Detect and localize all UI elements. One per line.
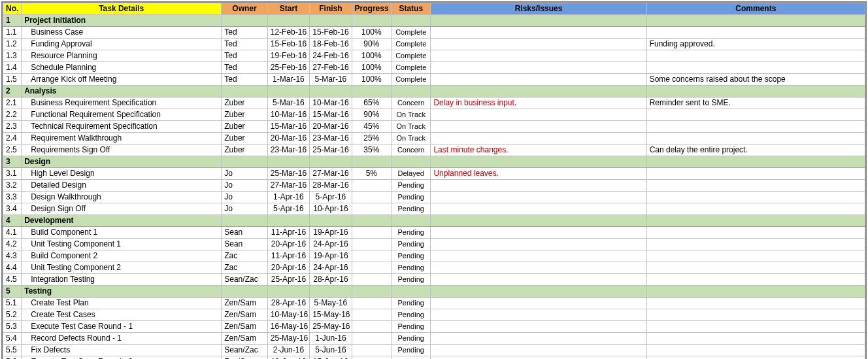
table-row[interactable]: 4.4Unit Testing Component 2Zac20-Apr-162…: [3, 262, 865, 274]
cell-no[interactable]: 2.2: [3, 109, 22, 121]
cell-owner[interactable]: Zen/Sam: [222, 356, 267, 360]
cell-comments[interactable]: [646, 109, 865, 121]
cell-progress[interactable]: 45%: [352, 121, 391, 133]
cell-comments[interactable]: Some concerns raised about the scope: [646, 74, 865, 86]
table-row[interactable]: 2.1Business Requirement SpecificationZub…: [3, 97, 865, 109]
cell-progress[interactable]: [352, 15, 391, 27]
cell-progress[interactable]: 90%: [352, 109, 391, 121]
cell-owner[interactable]: Zen/Sam: [222, 333, 267, 345]
cell-status[interactable]: Complete: [392, 27, 431, 39]
col-owner[interactable]: Owner: [222, 3, 267, 15]
cell-finish[interactable]: [310, 156, 352, 168]
cell-no[interactable]: 2.1: [3, 97, 22, 109]
table-row[interactable]: 1.4Schedule PlanningTed25-Feb-1627-Feb-1…: [3, 62, 865, 74]
cell-status[interactable]: Pending: [392, 250, 431, 262]
cell-task[interactable]: Create Test Plan: [22, 298, 222, 309]
cell-task[interactable]: Arrange Kick off Meeting: [22, 74, 222, 86]
table-row[interactable]: 1.5Arrange Kick off MeetingTed1-Mar-165-…: [3, 74, 865, 86]
cell-start[interactable]: [267, 215, 309, 227]
cell-comments[interactable]: [646, 133, 865, 145]
cell-progress[interactable]: [352, 227, 391, 239]
col-progress[interactable]: Progress: [352, 3, 391, 15]
cell-risks[interactable]: [431, 356, 646, 360]
cell-start[interactable]: [267, 286, 309, 298]
table-row[interactable]: 4.2Unit Testing Component 1Sean20-Apr-16…: [3, 239, 865, 250]
cell-finish[interactable]: 10-Mar-16: [310, 97, 352, 109]
cell-owner[interactable]: Ted: [222, 39, 267, 50]
cell-risks[interactable]: [431, 156, 646, 168]
cell-start[interactable]: 5-Apr-16: [267, 203, 309, 215]
table-row[interactable]: 5.3Execute Test Case Round - 1Zen/Sam16-…: [3, 321, 865, 333]
cell-risks[interactable]: [431, 15, 646, 27]
cell-risks[interactable]: Unplanned leaves.: [431, 168, 646, 180]
cell-comments[interactable]: [646, 333, 865, 345]
cell-task[interactable]: Build Component 1: [22, 227, 222, 239]
cell-finish[interactable]: 18-Feb-16: [310, 39, 352, 50]
cell-comments[interactable]: [646, 286, 865, 298]
cell-finish[interactable]: [310, 215, 352, 227]
cell-task[interactable]: Testing: [22, 286, 222, 298]
cell-comments[interactable]: [646, 27, 865, 39]
cell-no[interactable]: 1.1: [3, 27, 22, 39]
cell-status[interactable]: Concern: [392, 145, 431, 156]
cell-no[interactable]: 3.2: [3, 180, 22, 192]
cell-finish[interactable]: 15-Jun-16: [310, 356, 352, 360]
cell-start[interactable]: 20-Mar-16: [267, 133, 309, 145]
cell-comments[interactable]: [646, 239, 865, 250]
cell-no[interactable]: 2.3: [3, 121, 22, 133]
cell-risks[interactable]: [431, 74, 646, 86]
col-status[interactable]: Status: [392, 3, 431, 15]
cell-progress[interactable]: 100%: [352, 74, 391, 86]
cell-start[interactable]: 1-Apr-16: [267, 192, 309, 203]
cell-finish[interactable]: 5-Jun-16: [310, 345, 352, 356]
cell-progress[interactable]: [352, 203, 391, 215]
cell-comments[interactable]: Can delay the entire project.: [646, 145, 865, 156]
cell-progress[interactable]: 100%: [352, 27, 391, 39]
cell-owner[interactable]: [222, 86, 267, 97]
cell-finish[interactable]: 25-Mar-16: [310, 145, 352, 156]
cell-risks[interactable]: Last minute changes.: [431, 145, 646, 156]
cell-task[interactable]: Design Walkthrough: [22, 192, 222, 203]
cell-task[interactable]: Business Requirement Specification: [22, 97, 222, 109]
cell-risks[interactable]: [431, 345, 646, 356]
cell-owner[interactable]: Zac: [222, 250, 267, 262]
cell-no[interactable]: 4: [3, 215, 22, 227]
cell-start[interactable]: 10-Mar-16: [267, 109, 309, 121]
group-row[interactable]: 2Analysis: [3, 86, 865, 97]
cell-owner[interactable]: Jo: [222, 203, 267, 215]
cell-status[interactable]: Pending: [392, 262, 431, 274]
cell-progress[interactable]: [352, 321, 391, 333]
cell-status[interactable]: Pending: [392, 203, 431, 215]
cell-risks[interactable]: [431, 309, 646, 321]
cell-owner[interactable]: [222, 286, 267, 298]
cell-task[interactable]: Execute Test Case Round - 2: [22, 356, 222, 360]
cell-risks[interactable]: [431, 274, 646, 286]
cell-owner[interactable]: Sean: [222, 239, 267, 250]
cell-finish[interactable]: [310, 15, 352, 27]
table-row[interactable]: 2.3Technical Requirement SpecificationZu…: [3, 121, 865, 133]
cell-progress[interactable]: [352, 156, 391, 168]
cell-task[interactable]: Unit Testing Component 2: [22, 262, 222, 274]
cell-progress[interactable]: [352, 239, 391, 250]
cell-no[interactable]: 3: [3, 156, 22, 168]
cell-start[interactable]: 15-Feb-16: [267, 39, 309, 50]
cell-no[interactable]: 5.1: [3, 298, 22, 309]
cell-owner[interactable]: Jo: [222, 192, 267, 203]
cell-comments[interactable]: Reminder sent to SME.: [646, 97, 865, 109]
cell-risks[interactable]: [431, 39, 646, 50]
cell-comments[interactable]: [646, 62, 865, 74]
cell-task[interactable]: Design: [22, 156, 222, 168]
cell-start[interactable]: 25-Mar-16: [267, 168, 309, 180]
cell-task[interactable]: Integration Testing: [22, 274, 222, 286]
cell-comments[interactable]: Funding approved.: [646, 39, 865, 50]
table-row[interactable]: 1.1Business CaseTed12-Feb-1615-Feb-16100…: [3, 27, 865, 39]
cell-status[interactable]: Concern: [392, 97, 431, 109]
cell-no[interactable]: 4.5: [3, 274, 22, 286]
cell-status[interactable]: Pending: [392, 298, 431, 309]
table-row[interactable]: 5.5Fix DefectsSean/Zac2-Jun-165-Jun-16Pe…: [3, 345, 865, 356]
table-row[interactable]: 5.6Execute Test Case Round - 2Zen/Sam10-…: [3, 356, 865, 360]
cell-owner[interactable]: Zen/Sam: [222, 298, 267, 309]
cell-risks[interactable]: [431, 109, 646, 121]
cell-no[interactable]: 5.6: [3, 356, 22, 360]
cell-progress[interactable]: [352, 192, 391, 203]
